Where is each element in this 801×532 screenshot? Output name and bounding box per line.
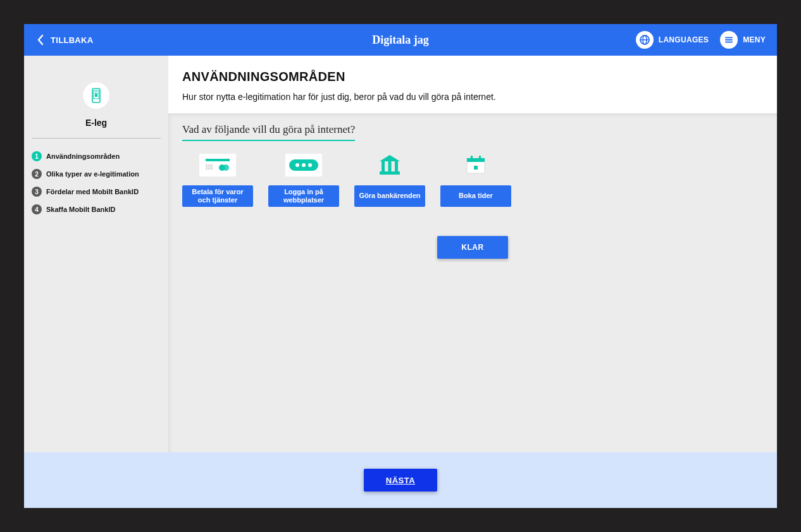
page-title: Digitala jag [372,34,429,47]
step-label: Olika typer av e-legitimation [46,170,139,178]
step-number: 4 [32,204,42,214]
svg-rect-28 [474,166,478,170]
svg-rect-27 [479,156,481,159]
svg-rect-21 [388,161,392,171]
done-button[interactable]: KLAR [437,236,508,259]
sidebar-module-icon [83,82,109,109]
svg-marker-19 [380,155,400,161]
menu-button[interactable]: MENY [720,31,766,49]
intro-section: ANVÄNDNINGSOMRÅDEN Hur stor nytta e-legi… [168,56,777,113]
languages-button[interactable]: LANGUAGES [636,31,709,49]
next-button[interactable]: NÄSTA [364,469,437,492]
calendar-icon [457,154,494,176]
svg-point-14 [223,164,229,171]
svg-point-16 [295,163,299,167]
intro-heading: ANVÄNDNINGSOMRÅDEN [182,70,763,84]
svg-rect-8 [95,94,97,97]
header-bar: TILLBAKA Digitala jag LANGUAGES MENY [24,24,777,56]
svg-rect-26 [471,156,473,159]
body: E-leg 1 Användningsområden 2 Olika typer… [24,56,777,452]
step-number: 2 [32,169,42,179]
svg-point-18 [308,163,312,167]
option-button: Logga in på webbplatser [268,185,339,207]
options-row: Betala för varor och tjänster Logga in p… [182,154,763,207]
chevron-left-icon [35,34,44,46]
app-frame: TILLBAKA Digitala jag LANGUAGES MENY E [24,24,777,508]
step-label: Användningsområden [46,152,120,160]
credit-card-icon [199,154,236,176]
question-text: Vad av följande vill du göra på internet… [182,123,355,141]
step-label: Skaffa Mobilt BankID [46,206,115,213]
sidebar-step-4[interactable]: 4 Skaffa Mobilt BankID [32,204,161,214]
content-area: Vad av följande vill du göra på internet… [168,113,777,452]
option-bank[interactable]: Göra bankärenden [354,154,425,207]
step-number: 1 [32,151,42,161]
intro-text: Hur stor nytta e-legitimation har för ju… [182,92,763,102]
step-number: 3 [32,187,42,197]
step-label: Fördelar med Mobilt BankID [46,188,139,195]
sidebar-divider [32,138,161,139]
sidebar-step-3[interactable]: 3 Fördelar med Mobilt BankID [32,187,161,197]
menu-label: MENY [743,35,766,44]
footer-bar: NÄSTA [24,452,777,508]
option-button: Göra bankärenden [354,185,425,207]
languages-label: LANGUAGES [659,35,709,44]
header-actions: LANGUAGES MENY [636,31,766,49]
svg-rect-23 [380,171,400,175]
svg-rect-20 [382,161,385,171]
option-button: Boka tider [440,185,511,207]
sidebar-title: E-leg [85,118,107,128]
sidebar: E-leg 1 Användningsområden 2 Olika typer… [24,56,168,452]
klar-wrap: KLAR [182,236,763,259]
svg-rect-22 [395,161,398,171]
back-label: TILLBAKA [51,35,93,45]
option-button: Betala för varor och tjänster [182,185,253,207]
svg-rect-9 [206,159,230,161]
svg-point-17 [302,163,306,167]
password-icon [285,154,322,176]
option-pay[interactable]: Betala för varor och tjänster [182,154,253,207]
sidebar-steps: 1 Användningsområden 2 Olika typer av e-… [32,151,161,214]
globe-icon [636,31,654,49]
option-book[interactable]: Boka tider [440,154,511,207]
sidebar-step-2[interactable]: 2 Olika typer av e-legitimation [32,169,161,179]
option-login[interactable]: Logga in på webbplatser [268,154,339,207]
bank-icon [371,154,408,176]
main-panel: ANVÄNDNINGSOMRÅDEN Hur stor nytta e-legi… [168,56,777,452]
sidebar-step-1[interactable]: 1 Användningsområden [32,151,161,161]
back-button[interactable]: TILLBAKA [35,34,93,46]
menu-icon [720,31,738,49]
svg-rect-25 [467,158,485,162]
